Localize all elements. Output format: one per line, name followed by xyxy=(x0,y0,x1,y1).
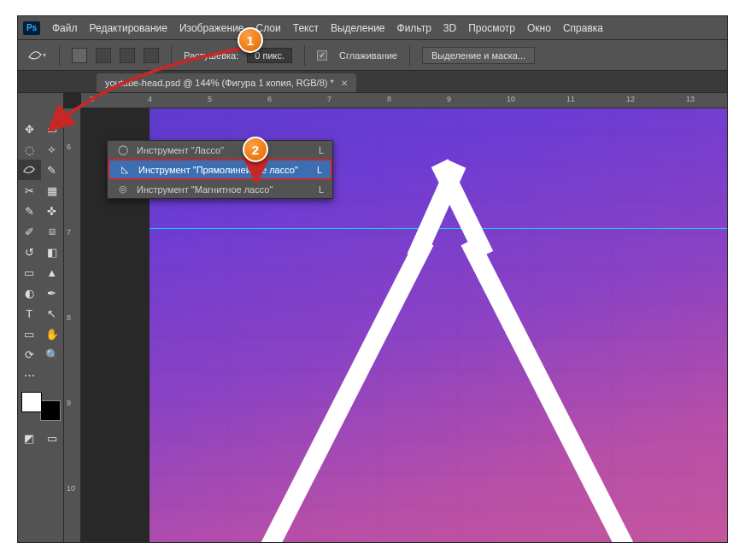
menu-type[interactable]: Текст xyxy=(293,22,319,34)
gradient-tool[interactable]: ▭ xyxy=(18,262,41,283)
work-area: 3 4 5 6 7 8 9 10 11 12 13 6 7 8 9 10 xyxy=(64,93,727,542)
select-and-mask-button[interactable]: Выделение и маска... xyxy=(422,47,535,64)
eyedropper-tool[interactable]: ✎ xyxy=(18,201,41,221)
zoom-tool[interactable]: 🔍 xyxy=(41,344,64,365)
lasso-option-magnetic[interactable]: ◎ Инструмент "Магнитное лассо" L xyxy=(108,180,332,198)
lasso-tool[interactable] xyxy=(18,160,41,180)
move-tool[interactable]: ✥ xyxy=(18,119,41,139)
background-color-swatch[interactable] xyxy=(40,400,61,421)
blur-tool[interactable]: ▲ xyxy=(41,262,64,283)
close-tab-icon[interactable]: ✕ xyxy=(341,79,348,88)
document-tab[interactable]: youtube-head.psd @ 144% (Фигура 1 копия,… xyxy=(97,73,356,92)
lasso-tool-flyout: ◯ Инструмент "Лассо" L ◺ Инструмент "Пря… xyxy=(107,140,333,199)
annotation-badge-2: 2 xyxy=(243,137,268,162)
selection-mode-new[interactable] xyxy=(72,48,87,63)
menu-select[interactable]: Выделение xyxy=(331,22,385,34)
edit-toolbar[interactable]: ⋯ xyxy=(18,365,41,385)
menu-3d[interactable]: 3D xyxy=(443,22,456,34)
brush-tool[interactable]: ✐ xyxy=(18,221,41,242)
menu-filter[interactable]: Фильтр xyxy=(397,22,431,34)
artboard-tool[interactable]: ▭ xyxy=(41,119,64,139)
menu-window[interactable]: Окно xyxy=(527,22,551,34)
document-tab-title: youtube-head.psd @ 144% (Фигура 1 копия,… xyxy=(105,78,334,88)
lasso-option-lasso[interactable]: ◯ Инструмент "Лассо" L xyxy=(108,141,332,159)
frame-tool[interactable]: ▦ xyxy=(41,180,64,201)
antialias-checkbox[interactable]: ✓ xyxy=(317,50,327,61)
vertical-ruler[interactable]: 6 7 8 9 10 xyxy=(64,108,81,542)
foreground-color-swatch[interactable] xyxy=(21,392,42,412)
history-brush-tool[interactable]: ↺ xyxy=(18,242,41,262)
rotate-view-tool[interactable]: ⟳ xyxy=(18,344,41,365)
hand-tool[interactable]: ✋ xyxy=(41,324,64,344)
shape-stroke xyxy=(461,237,660,542)
patch-tool[interactable]: ✜ xyxy=(41,201,64,221)
horizontal-ruler[interactable]: 3 4 5 6 7 8 9 10 11 12 13 xyxy=(81,93,727,108)
quick-select-tool[interactable]: ✎ xyxy=(41,160,64,180)
dodge-tool[interactable]: ◐ xyxy=(18,283,41,303)
eraser-tool[interactable]: ◧ xyxy=(41,242,64,262)
pen-tool[interactable]: ✒ xyxy=(41,283,64,303)
magic-wand-tool[interactable]: ✧ xyxy=(41,139,64,160)
annotation-badge-1: 1 xyxy=(238,27,263,53)
current-tool-icon[interactable]: ▾ xyxy=(26,47,47,64)
screen-mode-toggle[interactable]: ▭ xyxy=(41,428,64,448)
selection-mode-intersect[interactable] xyxy=(144,48,159,63)
polygonal-lasso-icon: ◺ xyxy=(118,164,132,175)
clone-stamp-tool[interactable]: ⧇ xyxy=(41,221,64,242)
menu-edit[interactable]: Редактирование xyxy=(90,22,167,34)
menu-image[interactable]: Изображение xyxy=(179,22,244,34)
document-tab-bar: youtube-head.psd @ 144% (Фигура 1 копия,… xyxy=(18,71,727,93)
shape-stroke xyxy=(235,237,434,542)
app-icon: Ps xyxy=(23,21,40,35)
selection-mode-subtract[interactable] xyxy=(120,48,135,63)
feather-label: Растушёвка: xyxy=(184,50,238,61)
foreground-background-swatch[interactable] xyxy=(21,392,61,421)
marquee-tool[interactable]: ◌ xyxy=(18,139,41,160)
menu-help[interactable]: Справка xyxy=(563,22,603,34)
shape-tool[interactable]: ▭ xyxy=(18,324,41,344)
selection-mode-add[interactable] xyxy=(96,48,111,63)
path-select-tool[interactable]: ↖ xyxy=(41,303,64,324)
menu-file[interactable]: Файл xyxy=(52,22,78,34)
menu-bar: Ps Файл Редактирование Изображение Слои … xyxy=(18,16,727,40)
menu-view[interactable]: Просмотр xyxy=(468,22,515,34)
lasso-icon: ◯ xyxy=(116,144,130,155)
type-tool[interactable]: T xyxy=(18,303,41,324)
lasso-option-polygonal[interactable]: ◺ Инструмент "Прямолинейное лассо" L xyxy=(108,159,332,180)
options-bar: ▾ Растушёвка: 0 пикс. ✓ Сглаживание Выде… xyxy=(18,40,727,71)
crop-tool[interactable]: ✂ xyxy=(18,180,41,201)
quick-mask-toggle[interactable]: ◩ xyxy=(18,428,41,448)
toolbox: ✥ ▭ ◌ ✧ ✎ ✂ ▦ ✎ ✜ ✐ ⧇ xyxy=(18,93,64,542)
antialias-label: Сглаживание xyxy=(339,50,397,61)
magnetic-lasso-icon: ◎ xyxy=(116,184,130,195)
